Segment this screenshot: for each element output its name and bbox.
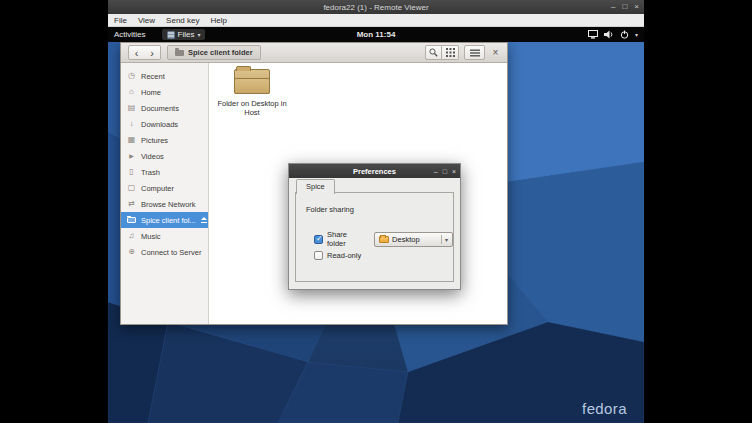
share-folder-row: Share folder Desktop <box>314 230 453 248</box>
power-icon[interactable] <box>620 30 629 39</box>
sidebar-item-downloads[interactable]: Downloads <box>121 116 208 132</box>
folder-item-label: Folder on Desktop in Host <box>217 99 287 118</box>
read-only-row: Read-only <box>314 251 361 260</box>
sidebar-item-label: Home <box>141 88 161 97</box>
chevron-down-icon <box>445 236 448 243</box>
folder-icon <box>127 217 136 223</box>
preferences-panel: Folder sharing Share folder Desktop <box>295 192 454 282</box>
sidebar-item-label: Trash <box>141 168 160 177</box>
sidebar-item-pictures[interactable]: Pictures <box>121 132 208 148</box>
sidebar-item-documents[interactable]: Documents <box>121 100 208 116</box>
read-only-label: Read-only <box>327 251 361 260</box>
files-sidebar: Recent Home Documents <box>121 63 209 324</box>
menu-help[interactable]: Help <box>210 16 226 25</box>
network-icon <box>127 200 136 208</box>
read-only-checkbox[interactable] <box>314 251 323 260</box>
hamburger-icon <box>470 49 480 57</box>
sidebar-item-label: Videos <box>141 152 164 161</box>
minimize-icon[interactable] <box>611 3 615 11</box>
back-button[interactable] <box>128 45 145 60</box>
close-icon[interactable] <box>634 3 639 11</box>
sidebar-item-label: Spice client fol... <box>141 216 196 225</box>
sidebar-item-connect-to-server[interactable]: Connect to Server <box>121 244 208 260</box>
remote-viewer-window: fedora22 (1) - Remote Viewer File View S… <box>108 0 644 423</box>
maximize-icon[interactable] <box>622 3 627 11</box>
forward-button[interactable] <box>144 45 161 60</box>
gnome-topbar: Activities Files ▾ Mon 11:54 ▾ <box>108 27 644 42</box>
home-icon <box>127 88 136 96</box>
folder-sharing-label: Folder sharing <box>306 205 354 214</box>
display-icon[interactable] <box>588 30 598 39</box>
grid-icon <box>446 48 455 57</box>
pictures-icon <box>127 136 136 144</box>
vm-screen: Activities Files ▾ Mon 11:54 ▾ <box>108 27 644 423</box>
maximize-icon[interactable] <box>443 168 447 175</box>
divider <box>441 235 442 244</box>
close-icon[interactable] <box>452 168 456 175</box>
screen: fedora22 (1) - Remote Viewer File View S… <box>0 0 752 423</box>
downloads-icon <box>127 120 136 128</box>
files-headerbar: Spice client folder <box>121 43 507 63</box>
menu-send-key[interactable]: Send key <box>166 16 199 25</box>
grid-view-button[interactable] <box>442 45 459 60</box>
sidebar-item-label: Recent <box>141 72 165 81</box>
preferences-window-controls <box>434 164 456 178</box>
search-button[interactable] <box>425 45 442 60</box>
minimize-icon[interactable] <box>434 168 438 175</box>
viewer-menubar: File View Send key Help <box>108 14 644 27</box>
tab-spice[interactable]: Spice <box>296 179 335 194</box>
chevron-down-icon: ▾ <box>197 31 200 38</box>
documents-icon <box>127 104 136 112</box>
search-icon <box>429 48 438 57</box>
files-app-icon <box>167 31 175 39</box>
desktop: fedora Spice client folder <box>108 42 644 423</box>
fedora-logo: fedora <box>582 400 627 417</box>
sidebar-item-browse-network[interactable]: Browse Network <box>121 196 208 212</box>
folder-item[interactable]: Folder on Desktop in Host <box>209 69 295 118</box>
recent-icon <box>127 72 136 80</box>
folder-select-value: Desktop <box>392 235 438 244</box>
sidebar-item-label: Browse Network <box>141 200 196 209</box>
volume-icon[interactable] <box>604 30 614 39</box>
viewer-window-controls <box>611 0 639 14</box>
videos-icon <box>127 152 136 160</box>
menu-file[interactable]: File <box>114 16 127 25</box>
app-menu-label: Files <box>178 30 195 39</box>
sidebar-item-label: Downloads <box>141 120 178 129</box>
sidebar-item-label: Music <box>141 232 161 241</box>
preferences-dialog: Preferences Spice Folder sharing Share f… <box>288 163 461 290</box>
activities-button[interactable]: Activities <box>114 30 146 39</box>
music-icon <box>127 232 136 240</box>
window-close-button[interactable] <box>489 45 502 60</box>
connect-icon <box>127 248 136 256</box>
sidebar-item-computer[interactable]: Computer <box>121 180 208 196</box>
computer-icon <box>127 184 136 192</box>
sidebar-item-home[interactable]: Home <box>121 84 208 100</box>
sidebar-item-spice-client-folder[interactable]: Spice client fol... <box>121 212 208 228</box>
menu-view[interactable]: View <box>138 16 155 25</box>
trash-icon <box>127 168 136 176</box>
viewer-titlebar: fedora22 (1) - Remote Viewer <box>108 0 644 14</box>
share-folder-checkbox[interactable] <box>314 235 323 244</box>
folder-select[interactable]: Desktop <box>374 232 453 247</box>
breadcrumb[interactable]: Spice client folder <box>167 45 261 60</box>
sidebar-item-trash[interactable]: Trash <box>121 164 208 180</box>
folder-icon <box>175 50 184 56</box>
sidebar-item-recent[interactable]: Recent <box>121 68 208 84</box>
eject-icon[interactable] <box>201 217 208 223</box>
sidebar-item-label: Connect to Server <box>141 248 201 257</box>
share-folder-label: Share folder <box>327 230 365 248</box>
system-tray: ▾ <box>588 30 638 39</box>
viewer-title: fedora22 (1) - Remote Viewer <box>108 3 644 12</box>
chevron-down-icon[interactable]: ▾ <box>635 31 638 38</box>
sidebar-item-music[interactable]: Music <box>121 228 208 244</box>
app-menu-button[interactable]: Files ▾ <box>162 29 206 40</box>
sidebar-item-label: Pictures <box>141 136 168 145</box>
sidebar-item-videos[interactable]: Videos <box>121 148 208 164</box>
sidebar-item-label: Computer <box>141 184 174 193</box>
folder-icon <box>379 236 389 243</box>
folder-icon <box>234 69 270 94</box>
breadcrumb-label: Spice client folder <box>188 48 253 57</box>
window-menu-button[interactable] <box>464 45 485 60</box>
preferences-titlebar: Preferences <box>289 164 460 178</box>
